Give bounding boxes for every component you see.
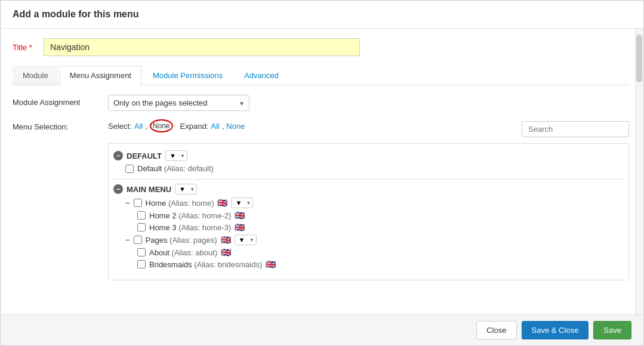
home-3-label: Home 3 (Alias: home-3): [149, 223, 231, 232]
main-menu-group-name: MAIN MENU: [127, 185, 171, 194]
title-label: Title *: [13, 43, 36, 52]
select-none-link[interactable]: None: [153, 122, 170, 130]
tabs-container: Module Menu Assignment Module Permission…: [13, 66, 629, 85]
menu-selection-row: Menu Selection: Select: All , None Expan…: [13, 119, 629, 280]
menu-item-default: Default (Alias: default): [125, 163, 624, 174]
home-item-dropdown[interactable]: ▼: [231, 197, 253, 208]
select-all-link[interactable]: All: [134, 122, 143, 131]
checkbox-home-3[interactable]: [137, 223, 146, 231]
default-group-name: DEFAULT: [127, 152, 162, 160]
checkbox-home-2[interactable]: [137, 211, 146, 220]
menu-item-home-2: Home 2 (Alias: home-2) 🇬🇧: [137, 209, 624, 221]
dialog-container: Add a module for this menu Title * Modul…: [0, 0, 644, 346]
tab-advanced[interactable]: Advanced: [234, 66, 289, 85]
menu-selection-area: Select: All , None Expand: All , None: [108, 119, 629, 280]
expand-all-link[interactable]: All: [211, 122, 219, 131]
required-marker: *: [29, 43, 32, 52]
save-button[interactable]: Save: [593, 321, 631, 339]
main-menu-group-dropdown[interactable]: ▼: [175, 184, 197, 194]
dialog-body: Title * Module Menu Assignment Module Pe…: [1, 29, 643, 314]
dialog-header: Add a module for this menu: [1, 1, 643, 29]
select-controls: Select: All , None Expand: All , None: [108, 119, 245, 132]
module-assignment-dropdown[interactable]: On all pages No pages Only on the pages …: [108, 95, 249, 111]
menu-item-pages-header: − Pages (Alias: pages) 🇬🇧 ▼: [125, 233, 624, 246]
pages-item-label: Pages (Alias: pages): [146, 236, 217, 245]
pages-flag-icon: 🇬🇧: [221, 235, 231, 245]
menu-item-bridesmaids: Bridesmaids (Alias: bridesmaids) 🇬🇧: [137, 258, 624, 270]
checkbox-default[interactable]: [125, 165, 134, 173]
menu-group-default-header: − DEFAULT ▼: [113, 149, 624, 163]
checkbox-bridesmaids[interactable]: [137, 260, 146, 268]
menu-item-about: About (Alias: about) 🇬🇧: [137, 246, 624, 258]
home-3-flag-icon: 🇬🇧: [235, 223, 245, 232]
checkbox-home[interactable]: [134, 199, 142, 207]
scrollbar-thumb[interactable]: [636, 35, 642, 82]
collapse-home-btn[interactable]: −: [125, 199, 130, 208]
expand-label: Expand:: [180, 122, 209, 131]
bridesmaids-flag-icon: 🇬🇧: [266, 260, 276, 269]
about-flag-icon: 🇬🇧: [221, 248, 231, 257]
scrollbar-track[interactable]: [635, 29, 643, 314]
menu-selection-label: Menu Selection:: [13, 119, 108, 131]
search-input[interactable]: [522, 121, 629, 137]
menu-group-main-menu: − MAIN MENU ▼ − Home: [113, 182, 624, 270]
collapse-pages-btn[interactable]: −: [125, 236, 130, 245]
home-2-label: Home 2 (Alias: home-2): [149, 211, 231, 220]
menu-group-default: − DEFAULT ▼ Default (Alias: default): [113, 149, 624, 174]
home-2-flag-icon: 🇬🇧: [235, 211, 245, 220]
menu-group-main-menu-header: − MAIN MENU ▼: [113, 182, 624, 196]
select-label: Select:: [108, 122, 132, 131]
title-row: Title *: [13, 38, 629, 56]
module-assignment-label: Module Assignment: [13, 95, 108, 107]
tab-menu-assignment[interactable]: Menu Assignment: [60, 66, 141, 85]
dialog-footer: Close Save & Close Save: [1, 314, 643, 345]
pages-item-dropdown[interactable]: ▼: [235, 234, 257, 245]
menu-item-home-header: − Home (Alias: home) 🇬🇧 ▼: [125, 196, 624, 209]
tab-module-permissions[interactable]: Module Permissions: [143, 66, 233, 85]
default-item-label: Default (Alias: default): [137, 164, 214, 173]
dialog-title: Add a module for this menu: [13, 9, 631, 20]
select-search-row: Select: All , None Expand: All , None: [108, 119, 629, 138]
tab-module[interactable]: Module: [13, 66, 58, 85]
title-input[interactable]: [44, 38, 360, 56]
divider-1: [113, 179, 624, 180]
checkbox-about[interactable]: [137, 248, 146, 257]
home-flag-icon: 🇬🇧: [217, 198, 227, 208]
about-label: About (Alias: about): [149, 248, 217, 257]
default-group-dropdown[interactable]: ▼: [165, 150, 187, 161]
search-wrapper: [522, 121, 629, 137]
module-assignment-dropdown-wrapper: On all pages No pages Only on the pages …: [108, 95, 249, 111]
menu-tree: − DEFAULT ▼ Default (Alias: default): [108, 143, 629, 280]
save-close-button[interactable]: Save & Close: [522, 321, 589, 339]
menu-item-home-3: Home 3 (Alias: home-3) 🇬🇧: [137, 221, 624, 233]
expand-none-link[interactable]: None: [226, 122, 245, 131]
checkbox-pages[interactable]: [134, 236, 142, 244]
module-assignment-row: Module Assignment On all pages No pages …: [13, 95, 629, 111]
bridesmaids-label: Bridesmaids (Alias: bridesmaids): [149, 260, 262, 269]
home-item-label: Home (Alias: home): [146, 199, 214, 208]
close-button[interactable]: Close: [476, 321, 516, 339]
collapse-main-menu-btn[interactable]: −: [113, 184, 123, 194]
select-none-circled: None: [150, 119, 173, 132]
collapse-default-btn[interactable]: −: [113, 151, 123, 160]
